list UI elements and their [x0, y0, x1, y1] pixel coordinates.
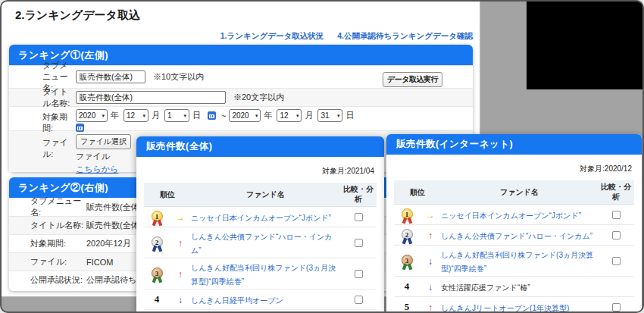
nav-link-import-status[interactable]: 1.ランキングデータ取込状況	[220, 31, 324, 42]
chevron-down-icon: ▾	[255, 113, 258, 119]
compare-column-header: 比較・分析	[340, 183, 377, 206]
compare-checkbox[interactable]	[355, 296, 363, 304]
title-input[interactable]	[76, 91, 226, 104]
from-month-select[interactable]: 12▾	[123, 109, 148, 122]
medal-silver-icon: 2	[152, 236, 163, 248]
field-label: 公開承認状況:	[9, 274, 86, 286]
fund-row: 4↓女性活躍応援ファンド“椿”	[394, 277, 634, 297]
field-value: 販売件数(全体)	[86, 202, 142, 213]
compare-cell	[598, 303, 634, 311]
month-unit: 月	[305, 110, 313, 121]
calendar-icon[interactable]	[208, 111, 216, 120]
popup2-table: 順位 ファンド名 比較・分析 1→ニッセイ日本インカムオープン“Jボンド”2↑し…	[394, 180, 634, 313]
calendar-icon[interactable]	[76, 124, 84, 132]
chevron-down-icon: ▾	[183, 113, 186, 119]
trend-cell: ↑	[420, 300, 441, 313]
fund-name-link[interactable]: しんきんJリートオープン(1年決算型)	[441, 304, 569, 312]
popup1-table-header: 順位 ファンド名 比較・分析	[144, 183, 377, 207]
period-controls: 2020▾ 年 12▾ 月 1▾ 日 ~ 2020▾ 年 12▾ 月 31▾ 日	[76, 109, 358, 132]
fund-name-link[interactable]: ニッセイ日本インカムオープン“Jボンド”	[191, 214, 331, 222]
medal-bronze-icon: 3	[402, 255, 413, 266]
trend-cell: ↓	[420, 254, 441, 268]
nav-link-approval-check[interactable]: 4.公開承認待ちランキングデータ確認	[337, 31, 473, 42]
field-label: ファイル:	[9, 256, 86, 268]
popup2-target-month: 対象月:2020/12	[394, 164, 632, 174]
chevron-down-icon: ▾	[142, 113, 145, 119]
fund-name-cell: ニッセイ日本インカムオープン“Jボンド”	[191, 210, 340, 224]
file-note: ファイル	[76, 151, 110, 162]
rank-cell: 2	[144, 235, 170, 250]
trend-cell: ↑	[170, 267, 191, 280]
fund-name-link[interactable]: しんきん好配当利回り株ファンド(3ヵ月決算型)“四季絵巻”	[441, 251, 593, 273]
fund-name-link[interactable]: しんきん公共債ファンド“ハロー・インカム”	[191, 233, 332, 255]
compare-cell	[340, 213, 377, 221]
rank-column-header: 順位	[394, 187, 441, 198]
rank-number: 5	[405, 301, 410, 313]
day-unit: 日	[192, 110, 201, 121]
fund-name-link[interactable]: ニッセイ日本インカムオープン“Jボンド”	[441, 211, 581, 220]
fund-name-column-header: ファンド名	[191, 189, 340, 200]
file-select-button[interactable]: ファイル選択	[76, 134, 131, 149]
popup1-rows: 1→ニッセイ日本インカムオープン“Jボンド”2↑しんきん公共債ファンド“ハロー・…	[144, 207, 377, 313]
to-day-select[interactable]: 31▾	[317, 109, 342, 122]
fund-name-cell: しんきん公共債ファンド“ハロー・インカム”	[191, 229, 340, 256]
rank-column-header: 順位	[144, 189, 191, 200]
fund-row: 3↓しんきん好配当利回り株ファンド(3ヵ月決算型)“四季絵巻”	[394, 246, 634, 277]
period-line1: 2020▾ 年 12▾ 月 1▾ 日 ~ 2020▾ 年 12▾ 月 31▾ 日	[76, 109, 358, 122]
fund-name-link[interactable]: しんきん好配当利回り株ファンド(3ヵ月決算型)“四季絵巻”	[191, 264, 336, 286]
to-month-select[interactable]: 12▾	[277, 109, 302, 122]
file-controls: ファイル選択 ファイル こちらから	[76, 131, 131, 178]
data-import-execute-button[interactable]: データ取込実行	[383, 72, 442, 87]
rank-cell: 4	[394, 280, 420, 293]
chevron-down-icon: ▾	[296, 113, 299, 119]
rank-cell: 5	[394, 301, 420, 313]
fund-name-link[interactable]: しんきん日経平均オープン	[191, 296, 283, 305]
tab-menu-input[interactable]	[76, 70, 145, 83]
year-unit: 年	[264, 110, 272, 121]
fund-name-link[interactable]: しんきん公共債ファンド“ハロー・インカム”	[441, 232, 592, 240]
fund-row: 4↓しんきん日経平均オープン	[144, 290, 377, 310]
field-label: タイトル名称:	[9, 220, 86, 231]
rank-cell: 3	[394, 253, 420, 268]
trend-cell: →	[170, 210, 191, 224]
compare-checkbox[interactable]	[612, 231, 621, 239]
title-row: タイトル名称: ※20文字以内	[9, 88, 473, 106]
trend-cell: ↓	[420, 280, 441, 293]
period-row: 対象期間: 2020▾ 年 12▾ 月 1▾ 日 ~ 2020▾ 年 12▾	[9, 106, 473, 130]
from-day-select[interactable]: 1▾	[164, 109, 189, 122]
to-year-select[interactable]: 2020▾	[229, 109, 261, 122]
medal-silver-icon: 2	[402, 229, 413, 240]
compare-checkbox[interactable]	[355, 270, 363, 278]
compare-checkbox[interactable]	[612, 303, 621, 311]
ranking1-header: ランキング①(左側)	[9, 45, 473, 65]
compare-checkbox[interactable]	[612, 257, 621, 265]
fund-row: 1→ニッセイ日本インカムオープン“Jボンド”	[394, 205, 634, 225]
fund-name-cell: しんきん公共債ファンド“ハロー・インカム”	[441, 228, 598, 242]
medal-bronze-icon: 3	[152, 268, 163, 279]
fund-row: 2↑しんきん公共債ファンド“ハロー・インカム”	[144, 227, 377, 258]
fund-name-column-header: ファンド名	[441, 187, 598, 198]
compare-cell	[340, 270, 377, 278]
trend-down-icon: ↓	[428, 282, 433, 293]
compare-cell	[340, 296, 377, 304]
compare-checkbox[interactable]	[355, 213, 363, 221]
field-value: FICOM	[86, 258, 113, 267]
file-here-link[interactable]: こちらから	[76, 164, 118, 175]
compare-cell	[340, 239, 377, 247]
page-title: 2.ランキングデータ取込	[15, 8, 140, 23]
compare-checkbox[interactable]	[612, 211, 621, 219]
rank-cell: 4	[144, 293, 170, 305]
compare-checkbox[interactable]	[355, 239, 363, 247]
medal-gold-icon: 1	[152, 211, 163, 222]
rank-cell: 2	[394, 227, 420, 243]
day-unit: 日	[345, 110, 354, 121]
field-label: 対象期間:	[9, 238, 86, 249]
popup2-body: 対象月:2020/12 順位 ファンド名 比較・分析 1→ニッセイ日本インカムオ…	[386, 164, 642, 313]
fund-row: 3↑しんきん好配当利回り株ファンド(3ヵ月決算型)“四季絵巻”	[144, 258, 377, 290]
screenshot-frame: 2.ランキングデータ取込 1.ランキングデータ取込状況 4.公開承認待ちランキン…	[0, 0, 644, 313]
from-year-select[interactable]: 2020▾	[76, 109, 108, 122]
trend-down-icon: ↓	[178, 295, 183, 305]
fund-name-cell: ニッセイ日本インカムオープン“Jボンド”	[441, 208, 598, 221]
rank-cell: 3	[144, 266, 170, 281]
month-unit: 月	[152, 110, 160, 121]
